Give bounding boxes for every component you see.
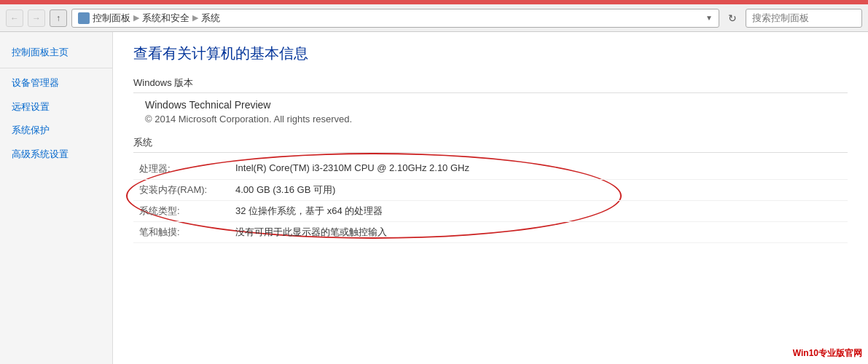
path-sep2: ▶ [192,13,198,23]
sidebar-item-protection[interactable]: 系统保护 [0,119,112,143]
path-dropdown-icon[interactable]: ▼ [705,14,713,22]
path-part1[interactable]: 控制面板 [93,12,130,25]
nav-forward-button[interactable]: → [28,9,45,27]
row-label-systype: 系统类型: [133,205,235,218]
table-row: 处理器: Intel(R) Core(TM) i3-2310M CPU @ 2.… [133,159,848,180]
windows-version-content: Windows Technical Preview © 2014 Microso… [145,99,848,124]
watermark: Win10专业版官网 [793,347,862,360]
back-icon: ← [10,13,19,23]
system-section: 处理器: Intel(R) Core(TM) i3-2310M CPU @ 2.… [133,159,848,243]
path-part3[interactable]: 系统 [201,12,220,25]
forward-icon: → [32,13,41,23]
refresh-button[interactable]: ↻ [724,9,741,27]
row-label-processor: 处理器: [133,162,235,175]
page-title: 查看有关计算机的基本信息 [133,44,848,63]
row-value-processor: Intel(R) Core(TM) i3-2310M CPU @ 2.10GHz… [235,162,848,175]
row-label-ram: 安装内存(RAM): [133,183,235,197]
windows-section-label: Windows 版本 [133,76,848,93]
up-icon: ↑ [56,13,60,23]
row-value-touch: 没有可用于此显示器的笔或触控输入 [235,226,848,239]
system-table: 处理器: Intel(R) Core(TM) i3-2310M CPU @ 2.… [133,159,848,243]
sidebar-item-home[interactable]: 控制面板主页 [0,41,112,65]
sidebar-item-device-manager[interactable]: 设备管理器 [0,71,112,95]
windows-copyright: © 2014 Microsoft Corporation. All rights… [145,114,848,124]
nav-up-button[interactable]: ↑ [50,9,67,27]
main-area: 控制面板主页 设备管理器 远程设置 系统保护 高级系统设置 查看有关计算机的基本… [0,32,868,364]
sidebar-divider-1 [0,68,112,68]
sidebar: 控制面板主页 设备管理器 远程设置 系统保护 高级系统设置 [0,32,113,364]
table-row: 笔和触摸: 没有可用于此显示器的笔或触控输入 [133,222,848,243]
row-label-touch: 笔和触摸: [133,226,235,239]
nav-back-button[interactable]: ← [6,9,23,27]
sidebar-item-advanced[interactable]: 高级系统设置 [0,143,112,167]
sidebar-item-remote[interactable]: 远程设置 [0,95,112,119]
path-sep1: ▶ [133,13,139,23]
folder-icon [78,12,90,24]
address-path[interactable]: 控制面板 ▶ 系统和安全 ▶ 系统 ▼ [71,9,719,28]
windows-version: Windows Technical Preview [145,99,848,111]
system-section-label: 系统 [133,136,848,153]
refresh-icon: ↻ [728,12,737,24]
content-area: 查看有关计算机的基本信息 Windows 版本 Windows Technica… [113,32,868,364]
search-input[interactable] [746,9,862,28]
table-row: 安装内存(RAM): 4.00 GB (3.16 GB 可用) [133,180,848,201]
row-value-systype: 32 位操作系统，基于 x64 的处理器 [235,205,848,218]
table-row: 系统类型: 32 位操作系统，基于 x64 的处理器 [133,201,848,222]
row-value-ram: 4.00 GB (3.16 GB 可用) [235,183,848,197]
address-bar: ← → ↑ 控制面板 ▶ 系统和安全 ▶ 系统 ▼ ↻ [0,4,868,32]
path-part2[interactable]: 系统和安全 [142,12,189,25]
